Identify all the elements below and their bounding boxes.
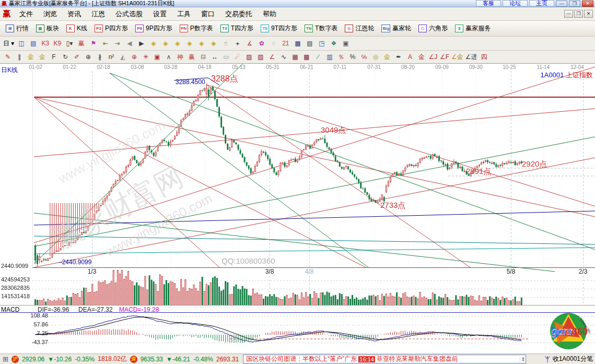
view-tool-icon[interactable]: 21 bbox=[280, 39, 291, 49]
draw-tool-icon[interactable]: 赢 bbox=[186, 52, 197, 62]
feature-toolbar-button[interactable]: ◎ 江恩轮 bbox=[345, 24, 374, 33]
draw-tool-icon[interactable]: ▨ bbox=[244, 52, 254, 62]
mdi-minimize-button[interactable]: — bbox=[564, 10, 573, 18]
feature-toolbar-button[interactable]: ◇ 六角形 bbox=[418, 24, 448, 33]
view-tool-icon[interactable]: ❖ bbox=[328, 39, 339, 49]
menu-item[interactable]: 工具 bbox=[172, 8, 196, 20]
draw-tool-icon[interactable]: ☄ bbox=[232, 52, 243, 62]
view-tool-icon[interactable]: ＋ bbox=[232, 39, 243, 49]
feature-toolbar-button[interactable]: T9 9T四方形 bbox=[261, 24, 297, 33]
menu-item[interactable]: 文件 bbox=[14, 8, 38, 20]
draw-tool-icon[interactable]: ％ bbox=[336, 52, 346, 62]
feature-toolbar-button[interactable]: ▦ 板块 bbox=[36, 24, 59, 33]
feature-toolbar-button[interactable]: P9 9P四方形 bbox=[135, 24, 172, 33]
view-tool-icon[interactable]: ☝ bbox=[220, 39, 231, 49]
menu-item[interactable]: 设置 bbox=[148, 8, 172, 20]
draw-tool-icon[interactable]: ↔ bbox=[209, 52, 220, 62]
ticker-headline-2[interactable]: 菲亚特克莱斯勒汽车集团盘前 bbox=[377, 355, 458, 363]
draw-tool-icon[interactable]: ◭ bbox=[118, 52, 128, 62]
customer-service-link[interactable]: 客服 bbox=[476, 0, 501, 7]
feature-toolbar-button[interactable]: T3 T四方形 bbox=[220, 24, 253, 33]
minimize-button[interactable]: — bbox=[556, 1, 567, 7]
draw-tool-icon[interactable]: ◎ bbox=[370, 52, 381, 62]
view-tool-icon[interactable]: 赢 bbox=[76, 39, 87, 49]
draw-tool-icon[interactable]: 金 bbox=[382, 52, 392, 62]
forum-link[interactable]: 论坛 bbox=[503, 0, 528, 7]
view-tool-icon[interactable]: ▯▾ bbox=[64, 39, 75, 49]
view-tool-icon[interactable]: K3 bbox=[40, 39, 51, 49]
view-tool-icon[interactable]: ▣ bbox=[340, 39, 351, 49]
draw-tool-icon[interactable]: ✎ bbox=[3, 52, 13, 62]
close-button[interactable]: ✕ bbox=[582, 1, 593, 7]
draw-tool-icon[interactable]: ▩ bbox=[301, 52, 312, 62]
view-tool-icon[interactable]: ⇥ bbox=[112, 39, 123, 49]
draw-tool-icon[interactable]: ∠进 bbox=[465, 52, 478, 62]
view-tool-icon[interactable]: ◈ bbox=[160, 39, 171, 49]
view-tool-icon[interactable]: K9 bbox=[52, 39, 63, 49]
view-tool-icon[interactable]: ▶ bbox=[136, 39, 147, 49]
feature-toolbar-button[interactable]: P3 P四方形 bbox=[95, 24, 128, 33]
draw-tool-icon[interactable]: ↻ bbox=[60, 52, 71, 62]
view-tool-icon[interactable]: ◀ bbox=[124, 39, 135, 49]
menu-item[interactable]: 交易委托 bbox=[220, 8, 258, 20]
feature-toolbar-button[interactable]: $ 赢家服务 bbox=[455, 24, 491, 33]
draw-tool-icon[interactable]: A bbox=[405, 52, 415, 62]
feature-toolbar-button[interactable]: ⊞ 行情 bbox=[6, 24, 29, 33]
draw-tool-icon[interactable]: ▦ bbox=[290, 52, 300, 62]
draw-tool-icon[interactable]: 金 bbox=[416, 52, 427, 62]
view-tool-icon[interactable]: ▤ bbox=[28, 39, 39, 49]
mdi-restore-button[interactable]: ❐ bbox=[574, 10, 583, 18]
draw-tool-icon[interactable]: ✳ bbox=[141, 52, 151, 62]
news-ticker[interactable]: 国区块链公司图谱：半数以上“落户”广东 16:14 菲亚特克莱斯勒汽车集团盘前 … bbox=[243, 355, 526, 363]
shanghai-badge[interactable]: 沪 bbox=[11, 356, 19, 363]
mdi-close-button[interactable]: ✕ bbox=[584, 10, 593, 18]
draw-tool-icon[interactable]: ʌ bbox=[164, 52, 174, 62]
draw-tool-icon[interactable]: 金 bbox=[37, 52, 48, 62]
market-grid-icon[interactable]: ⊞ bbox=[3, 355, 8, 363]
view-tool-icon[interactable]: ◳ bbox=[316, 39, 327, 49]
draw-tool-icon[interactable]: ⊕ bbox=[129, 52, 139, 62]
ticker-spinner[interactable]: ▲ ▼ bbox=[520, 357, 524, 362]
menu-item[interactable]: 浏览 bbox=[38, 8, 62, 20]
view-tool-icon[interactable]: ⚑ bbox=[88, 39, 99, 49]
shenzhen-badge[interactable]: 深 bbox=[130, 356, 137, 363]
view-tool-icon[interactable]: 日 ▾ bbox=[3, 39, 15, 49]
menu-item[interactable]: 帮助 bbox=[258, 8, 282, 20]
view-tool-icon[interactable]: ◈ bbox=[148, 39, 159, 49]
draw-tool-icon[interactable]: 神 bbox=[175, 52, 185, 62]
ticker-headline[interactable]: 国区块链公司图谱：半数以上“落户”广东 bbox=[246, 355, 357, 363]
restore-button[interactable]: ❐ bbox=[569, 1, 580, 7]
menu-item[interactable]: 资讯 bbox=[62, 8, 86, 20]
view-tool-icon[interactable]: ◌ bbox=[268, 39, 279, 49]
gann360-logo[interactable]: 1234567890123456 gann 360 bbox=[549, 311, 590, 351]
draw-tool-icon[interactable]: n² bbox=[106, 52, 116, 62]
menu-item[interactable]: 江恩 bbox=[86, 8, 110, 20]
view-tool-icon[interactable]: ◈ bbox=[172, 39, 183, 49]
draw-tool-icon[interactable]: ⊟ bbox=[198, 52, 208, 62]
view-tool-icon[interactable]: ⇤ bbox=[100, 39, 111, 49]
draw-tool-icon[interactable]: ∠金 bbox=[451, 52, 464, 62]
draw-tool-icon[interactable]: ⊕ bbox=[83, 52, 94, 62]
feature-toolbar-button[interactable]: Big 赢家轮 bbox=[381, 24, 411, 33]
draw-tool-icon[interactable]: ∠J bbox=[428, 52, 438, 62]
menu-item[interactable]: 公式选股 bbox=[110, 8, 148, 20]
draw-tool-icon[interactable]: 金 bbox=[26, 52, 36, 62]
view-tool-icon[interactable]: ▤ bbox=[304, 39, 315, 49]
draw-tool-icon[interactable]: ℅ bbox=[359, 52, 369, 62]
draw-tool-icon[interactable]: F bbox=[49, 52, 59, 62]
homepage-link[interactable]: 主页 bbox=[529, 0, 554, 7]
draw-tool-icon[interactable]: ∠F bbox=[439, 52, 450, 62]
feature-toolbar-button[interactable]: PN P数字表 bbox=[180, 24, 213, 33]
view-tool-icon[interactable]: ◈ bbox=[208, 39, 219, 49]
draw-tool-icon[interactable]: ▥ bbox=[324, 52, 335, 62]
draw-tool-icon[interactable]: ∕ bbox=[313, 52, 323, 62]
draw-tool-icon[interactable]: ▧ bbox=[255, 52, 266, 62]
draw-tool-icon[interactable]: 四 bbox=[479, 52, 489, 62]
draw-tool-icon[interactable]: % bbox=[347, 52, 358, 62]
draw-tool-icon[interactable]: ∠ bbox=[267, 52, 277, 62]
draw-tool-icon[interactable]: ∦ bbox=[95, 52, 105, 62]
view-tool-icon[interactable]: ◫ bbox=[16, 39, 27, 49]
draw-tool-icon[interactable]: ✐ bbox=[72, 52, 82, 62]
view-tool-icon[interactable]: ◈ bbox=[184, 39, 195, 49]
feature-toolbar-button[interactable]: K K线 bbox=[66, 24, 87, 33]
